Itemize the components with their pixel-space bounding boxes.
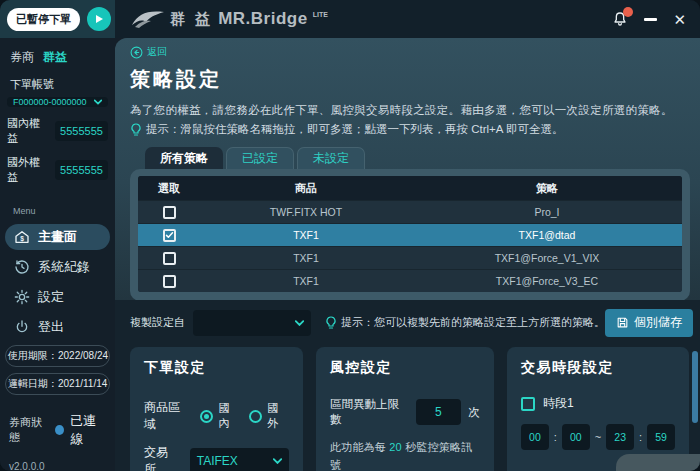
save-button-label: 個別儲存 — [634, 314, 682, 331]
table-row[interactable]: TXF1 TXF1@Force_V1_VIX — [138, 246, 682, 269]
row-checkbox[interactable] — [163, 206, 176, 219]
strategy-table-frame: 選取 商品 策略 TWF.FITX HOT Pro_I — [130, 169, 690, 301]
order-paused-button[interactable]: 已暫停下單 — [7, 8, 80, 31]
radio-foreign-label: 國外 — [267, 401, 289, 431]
table-row[interactable]: TXF1 TXF1@dtad — [138, 223, 682, 246]
row-checkbox[interactable] — [163, 252, 176, 265]
copy-tip: 提示：您可以複製先前的策略設定至上方所選的策略。 — [325, 315, 605, 330]
close-button[interactable]: ✕ — [673, 12, 686, 27]
header-select: 選取 — [138, 181, 200, 196]
strategy-table: 選取 商品 策略 TWF.FITX HOT Pro_I — [138, 176, 682, 292]
domestic-equity-label: 國內權益 — [7, 116, 50, 146]
change-limit-input[interactable]: 5 — [416, 399, 461, 425]
body: 券商 群益 下單帳號 F000000-0000000 國內權益 5555555 … — [0, 38, 700, 471]
main-content: 返回 策略設定 為了您的權益，請您務必在此作下單、風控與交易時段之設定。藉由多選… — [115, 38, 700, 471]
resume-play-button[interactable] — [87, 7, 111, 31]
table-row[interactable]: TWF.FITX HOT Pro_I — [138, 200, 682, 223]
session1-time-row: 00 : 00 ~ 23 : 59 — [521, 424, 675, 450]
back-arrow-icon — [130, 46, 143, 59]
row-checkbox[interactable] — [163, 275, 176, 288]
table-header: 選取 商品 策略 — [138, 176, 682, 200]
tab-configured[interactable]: 已設定 — [226, 147, 294, 169]
broker-row: 券商 群益 — [0, 49, 115, 66]
strategy-settings-section: 返回 策略設定 為了您的權益，請您務必在此作下單、風控與交易時段之設定。藉由多選… — [115, 38, 700, 300]
trading-session-panel: 交易時段設定 時段1 00 : 00 ~ 23 : 59 — [507, 347, 689, 471]
broker-status-value: 已連線 — [70, 412, 106, 448]
gear-icon — [14, 289, 30, 305]
svg-text:$: $ — [20, 235, 24, 243]
vertical-scrollbar[interactable] — [692, 351, 698, 423]
panel-title: 下單設定 — [144, 359, 289, 377]
row-strategy: Pro_I — [412, 206, 682, 218]
time-to-hour[interactable]: 23 — [606, 424, 634, 450]
lightbulb-icon — [130, 123, 142, 137]
sidebar-item-system-log[interactable]: 系統紀錄 — [5, 254, 110, 280]
titlebar: 已暫停下單 群 益 MR.Bridge LITE — [0, 0, 700, 38]
row-checkbox-checked[interactable] — [163, 229, 176, 242]
app-version: v2.0.0.0 — [9, 461, 106, 471]
radio-domestic-label: 國內 — [218, 401, 240, 431]
time-from-minute[interactable]: 00 — [562, 424, 590, 450]
sidebar-item-logout[interactable]: 登出 — [5, 314, 110, 340]
copy-from-select[interactable] — [193, 310, 311, 336]
foreign-equity-row: 國外權益 5555555 — [7, 155, 108, 185]
app-window: 已暫停下單 群 益 MR.Bridge LITE — [0, 0, 700, 471]
session1-checkbox[interactable] — [521, 397, 535, 411]
notification-bell-icon[interactable] — [612, 11, 628, 27]
window-controls: ✕ — [612, 11, 686, 27]
radio-domestic[interactable] — [200, 410, 213, 423]
row-product: TXF1 — [200, 275, 412, 287]
change-limit-value: 5 — [435, 405, 442, 419]
sidebar-item-main-screen[interactable]: $ 主畫面 — [5, 224, 110, 250]
exchange-select[interactable]: TAIFEX — [190, 448, 289, 471]
minimize-button[interactable] — [644, 18, 657, 21]
row-product: TXF1 — [200, 252, 412, 264]
individual-save-button[interactable]: 個別儲存 — [605, 309, 693, 337]
status-dot — [55, 425, 64, 435]
power-icon — [14, 319, 30, 335]
copy-from-label: 複製設定自 — [130, 315, 185, 330]
back-link[interactable]: 返回 — [130, 45, 167, 59]
tab-unconfigured[interactable]: 未設定 — [297, 147, 365, 169]
home-dollar-icon: $ — [14, 229, 30, 245]
play-icon — [94, 14, 104, 24]
time-to-minute[interactable]: 59 — [647, 424, 675, 450]
foreign-equity-value: 5555555 — [55, 160, 108, 180]
broker-status-row: 券商狀態 已連線 — [9, 412, 106, 448]
menu-section-label: Menu — [0, 206, 115, 222]
copy-settings-bar: 複製設定自 提示：您可以複製先前的策略設定至上方所選的策略。 — [115, 300, 700, 345]
back-label: 返回 — [147, 45, 167, 59]
time-from-hour[interactable]: 00 — [521, 424, 549, 450]
logo-text-en: MR.Bridge — [218, 9, 308, 29]
sidebar-item-settings[interactable]: 設定 — [5, 284, 110, 310]
titlebar-left: 已暫停下單 — [0, 0, 115, 38]
titlebar-right: 群 益 MR.Bridge LITE ✕ — [115, 0, 700, 38]
panel-title: 交易時段設定 — [521, 359, 675, 377]
notification-dot — [623, 7, 633, 17]
row-product: TWF.FITX HOT — [200, 206, 412, 218]
sidebar-item-label: 主畫面 — [38, 228, 77, 246]
exchange-value: TAIFEX — [197, 454, 238, 468]
usage-expiry-badge: 使用期限：2022/08/24 — [5, 345, 110, 367]
row-strategy: TXF1@dtad — [412, 229, 682, 241]
account-value: F000000-0000000 — [13, 97, 87, 107]
domestic-equity-value: 5555555 — [55, 121, 108, 141]
logo-lite-badge: LITE — [313, 11, 328, 18]
broker-label: 券商 — [10, 49, 34, 66]
sidebar-item-label: 系統紀錄 — [38, 258, 90, 276]
monitor-seconds: 20 — [389, 441, 402, 453]
broker-status-label: 券商狀態 — [9, 415, 49, 445]
session1-row: 時段1 — [521, 395, 675, 412]
change-limit-label: 區間異動上限數 — [330, 397, 408, 427]
header-strategy: 策略 — [412, 181, 682, 196]
radio-foreign[interactable] — [249, 410, 262, 423]
account-select[interactable]: F000000-0000000 — [7, 97, 108, 107]
page-tip: 提示：滑鼠按住策略名稱拖拉，即可多選；點選一下列表，再按 Ctrl+A 即可全選… — [130, 122, 700, 137]
risk-note: 此功能為每 20 秒監控策略訊號 倉位改變次數是否超過限制。 — [330, 438, 480, 471]
change-limit-row: 區間異動上限數 5 次 — [330, 397, 480, 427]
row-strategy: TXF1@Force_V1_VIX — [412, 252, 682, 264]
strategy-tabs: 所有策略 已設定 未設定 — [145, 147, 700, 169]
tab-all-strategies[interactable]: 所有策略 — [145, 147, 223, 169]
row-strategy: TXF1@Force_V3_EC — [412, 275, 682, 287]
table-row[interactable]: TXF1 TXF1@Force_V3_EC — [138, 269, 682, 292]
